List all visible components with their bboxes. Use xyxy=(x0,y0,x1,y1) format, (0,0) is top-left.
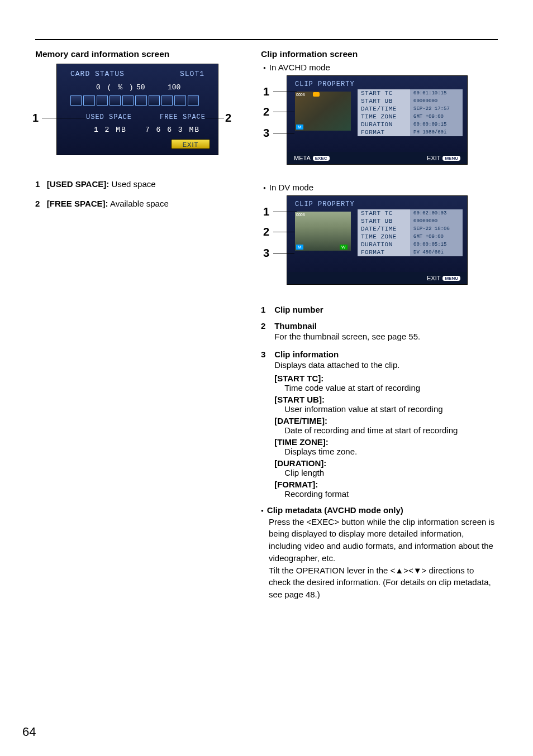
date-time-key: [DATE/TIME]: xyxy=(274,416,492,425)
format-key: [FORMAT]: xyxy=(274,480,492,489)
meta-button[interactable]: METAEXEC xyxy=(294,155,330,161)
used-space-label: USED SPACE xyxy=(86,113,132,121)
card-status-label: CARD STATUS xyxy=(70,70,125,78)
memory-card-screenshot: CARD STATUS SLOT1 0 ( % ) 50 100 USED SP… xyxy=(56,64,218,155)
time-zone-val: Displays time zone. xyxy=(284,447,492,456)
clip-footer: METAEXEC EXITMENU xyxy=(287,152,467,164)
slot-label: SLOT1 xyxy=(180,70,204,78)
used-space-value: 1 2 MB xyxy=(94,126,127,134)
clip-thumbnail: 0008 M xyxy=(295,92,351,131)
format-val: Recording format xyxy=(284,489,492,499)
clip-info-heading: Clip information screen xyxy=(261,49,498,59)
exit-button[interactable]: EXITMENU xyxy=(427,155,460,161)
list-item: 2 Thumbnail For the thumbnail screen, se… xyxy=(261,321,498,343)
date-time-val: Date of recording and time at start of r… xyxy=(284,425,492,435)
protect-icon xyxy=(313,92,320,97)
clip-number-tag: 0008 xyxy=(296,213,305,217)
duration-key: [DURATION]: xyxy=(274,458,492,468)
percent-label: 0 ( % ) xyxy=(96,83,135,92)
clip-figure-avchd: CLIP PROPERTY 0008 M START TC00:01:10:15… xyxy=(261,75,498,175)
clip-metadata-text-1: Press the <EXEC> button while the clip i… xyxy=(269,516,498,564)
dv-mode-label: In DV mode xyxy=(263,183,498,192)
start-ub-key: [START UB]: xyxy=(274,395,492,404)
callout-2: 2 xyxy=(263,226,269,238)
list-item: 1 [USED SPACE]: Used space xyxy=(35,178,259,190)
callout-1: 1 xyxy=(263,205,269,218)
callout-3: 3 xyxy=(263,127,269,140)
clip-metadata-text-2: Tilt the OPERATION lever in the <▲><▼> d… xyxy=(269,564,498,601)
clip-property-screenshot: CLIP PROPERTY 0008 M W START TC00:02:00:… xyxy=(287,195,468,285)
clip-number-tag: 0008 xyxy=(296,93,305,97)
horizontal-rule xyxy=(35,39,498,40)
duration-val: Clip length xyxy=(284,468,492,477)
list-item: 2 [FREE SPACE]: Available space xyxy=(35,198,259,209)
callout-1: 1 xyxy=(263,85,269,98)
mark-w-icon: W xyxy=(340,245,348,250)
start-tc-val: Time code value at start of recording xyxy=(284,383,492,393)
free-space-value: 7 6 6 3 MB xyxy=(145,126,200,134)
mark-m-icon: M xyxy=(296,125,303,130)
clip-property-title: CLIP PROPERTY xyxy=(295,80,355,88)
usage-bar xyxy=(70,95,199,106)
percent-50: 50 xyxy=(136,83,145,92)
clip-figure-dv: CLIP PROPERTY 0008 M W START TC00:02:00:… xyxy=(261,195,498,295)
callout-1: 1 xyxy=(32,112,39,125)
memory-card-heading: Memory card information screen xyxy=(35,49,259,59)
page-number: 64 xyxy=(22,725,36,739)
callout-3: 3 xyxy=(263,247,269,260)
up-arrow-icon: ▲ xyxy=(395,566,403,575)
free-space-label: FREE SPACE xyxy=(160,113,206,121)
list-item: 1 Clip number xyxy=(261,305,498,314)
start-tc-key: [START TC]: xyxy=(274,374,492,383)
leader-line xyxy=(42,118,85,118)
time-zone-key: [TIME ZONE]: xyxy=(274,437,492,447)
start-ub-val: User information value at start of recor… xyxy=(284,404,492,414)
clip-property-screenshot: CLIP PROPERTY 0008 M START TC00:01:10:15… xyxy=(287,75,468,165)
exit-button[interactable]: EXIT xyxy=(171,139,210,149)
clip-footer: EXITMENU xyxy=(287,272,467,284)
percent-100: 100 xyxy=(168,83,180,92)
callout-2: 2 xyxy=(263,106,269,118)
avchd-mode-label: In AVCHD mode xyxy=(263,63,498,72)
clip-metadata-heading: Clip metadata (AVCHD mode only) xyxy=(261,505,498,515)
clip-property-table: START TC00:02:00:03 START UB00000000 DAT… xyxy=(358,209,463,256)
mark-m-icon: M xyxy=(296,245,303,250)
exit-button[interactable]: EXITMENU xyxy=(427,275,460,281)
down-arrow-icon: ▼ xyxy=(413,566,422,575)
clip-property-title: CLIP PROPERTY xyxy=(295,200,355,208)
leader-line xyxy=(194,118,224,118)
list-item: 3 Clip information Displays data attache… xyxy=(261,350,498,499)
clip-property-table: START TC00:01:10:15 START UB00000000 DAT… xyxy=(358,89,463,136)
clip-thumbnail: 0008 M W xyxy=(295,212,351,251)
memory-card-figure: CARD STATUS SLOT1 0 ( % ) 50 100 USED SP… xyxy=(35,64,259,164)
callout-2: 2 xyxy=(225,112,231,125)
